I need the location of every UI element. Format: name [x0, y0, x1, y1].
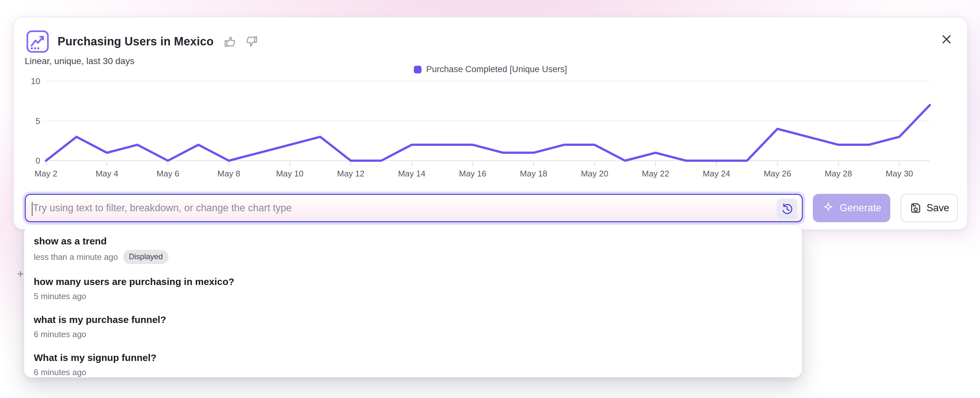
- history-icon: [781, 203, 794, 216]
- svg-text:May 14: May 14: [398, 169, 425, 178]
- svg-text:May 12: May 12: [337, 169, 364, 178]
- thumbs-down-button[interactable]: [245, 34, 260, 49]
- history-button[interactable]: [777, 199, 797, 219]
- svg-text:May 20: May 20: [581, 169, 608, 178]
- history-time: less than a minute ago: [34, 251, 118, 263]
- thumbs-up-button[interactable]: [222, 34, 237, 49]
- history-item[interactable]: how many users are purchasing in mexico?…: [24, 269, 802, 307]
- svg-text:May 2: May 2: [35, 169, 57, 178]
- svg-text:May 22: May 22: [642, 169, 669, 178]
- svg-text:May 4: May 4: [95, 169, 118, 178]
- chart-card: 0510May 2May 4May 6May 8May 10May 12May …: [13, 17, 968, 230]
- ai-prompt-field: [25, 194, 803, 222]
- save-label: Save: [927, 202, 950, 214]
- svg-text:May 10: May 10: [276, 169, 304, 178]
- history-dropdown: show as a trend less than a minute ago D…: [24, 225, 802, 377]
- line-chart-icon: [25, 29, 51, 54]
- history-time: 6 minutes ago: [34, 328, 86, 340]
- svg-text:May 24: May 24: [703, 169, 730, 178]
- legend-label: Purchase Completed [Unique Users]: [426, 64, 567, 74]
- card-header: Purchasing Users in Mexico: [25, 28, 260, 55]
- svg-text:May 30: May 30: [886, 169, 913, 178]
- history-item[interactable]: What is my signup funnel? 6 minutes ago: [24, 345, 802, 383]
- generate-label: Generate: [840, 202, 881, 214]
- displayed-badge: Displayed: [123, 250, 169, 264]
- history-time: 5 minutes ago: [34, 291, 86, 302]
- svg-text:May 6: May 6: [157, 169, 180, 178]
- legend-swatch: [414, 66, 422, 74]
- page: { "header": { "title": "Purchasing Users…: [0, 0, 980, 398]
- plus-glyph: +: [17, 267, 24, 281]
- generate-button[interactable]: Generate: [813, 194, 890, 222]
- history-query: how many users are purchasing in mexico?: [34, 276, 792, 288]
- history-item[interactable]: what is my purchase funnel? 6 minutes ag…: [24, 307, 802, 345]
- svg-text:10: 10: [31, 76, 40, 86]
- save-button[interactable]: Save: [900, 194, 958, 222]
- svg-text:May 8: May 8: [217, 169, 240, 178]
- svg-text:5: 5: [36, 116, 40, 126]
- sparkle-icon: [822, 201, 835, 214]
- save-icon: [909, 201, 922, 214]
- history-query: what is my purchase funnel?: [34, 313, 792, 326]
- svg-text:May 18: May 18: [520, 169, 547, 178]
- chart-legend: Purchase Completed [Unique Users]: [14, 64, 967, 74]
- svg-text:May 28: May 28: [825, 169, 852, 178]
- history-item[interactable]: show as a trend less than a minute ago D…: [24, 229, 802, 269]
- history-query: What is my signup funnel?: [34, 352, 792, 364]
- prompt-row: Generate Save: [25, 194, 958, 222]
- svg-text:0: 0: [36, 156, 40, 166]
- history-query: show as a trend: [34, 235, 792, 247]
- svg-text:May 16: May 16: [459, 169, 486, 178]
- history-time: 6 minutes ago: [34, 366, 86, 378]
- ai-prompt-input[interactable]: [26, 195, 802, 221]
- page-title: Purchasing Users in Mexico: [57, 35, 213, 48]
- close-icon: [939, 32, 954, 47]
- svg-text:May 26: May 26: [764, 169, 791, 178]
- close-button[interactable]: [937, 30, 956, 48]
- text-cursor: [32, 202, 32, 216]
